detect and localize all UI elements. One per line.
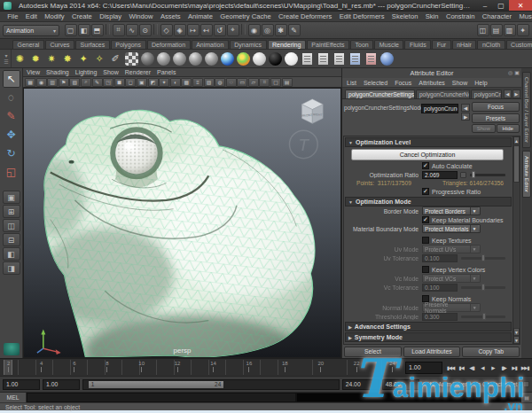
- material-boundary-mode-dropdown[interactable]: Protect Materials▼: [422, 224, 481, 233]
- attribute-editor-menu-item[interactable]: Show: [452, 80, 468, 86]
- ambient-light-icon[interactable]: ✺: [12, 51, 27, 66]
- shelf-tab[interactable]: Animation: [192, 40, 229, 49]
- nav-forward-icon[interactable]: ▶: [461, 113, 470, 121]
- animation-start-field[interactable]: 1.00: [3, 379, 40, 390]
- phonge-material-icon[interactable]: [205, 52, 218, 66]
- snap-to-plane-icon[interactable]: ◇: [160, 24, 173, 36]
- node-tab[interactable]: polygonCruncherNode2: [416, 90, 470, 98]
- node-tab[interactable]: polygonCrur: [471, 90, 502, 98]
- viewport-menu-item[interactable]: Show: [103, 69, 119, 75]
- scale-tool[interactable]: ◱: [3, 163, 20, 181]
- uv-mode-dropdown[interactable]: Protect UVs▼: [422, 245, 481, 253]
- layout-hypershade-persp[interactable]: ◨: [3, 261, 20, 275]
- paint-select-tool[interactable]: ✎: [3, 107, 20, 125]
- highlight-selection-icon[interactable]: ⌖: [227, 24, 239, 36]
- play-backwards-button[interactable]: ◀: [477, 362, 488, 374]
- show-button[interactable]: Show: [472, 124, 496, 133]
- menu-item[interactable]: Create Deformers: [275, 12, 336, 20]
- range-slider-track[interactable]: 1 24: [82, 379, 340, 390]
- section-optimization-mode[interactable]: ▼ Optimization Mode: [345, 197, 512, 206]
- pin-icon[interactable]: ◎: [508, 69, 512, 75]
- shading-map-icon[interactable]: [285, 52, 298, 66]
- menu-item[interactable]: Window: [125, 12, 156, 20]
- new-scene-icon[interactable]: ▢: [65, 24, 77, 36]
- menu-item[interactable]: Edit: [22, 12, 41, 20]
- multisample-aa-icon[interactable]: ▨: [204, 78, 215, 87]
- node-tab[interactable]: polygonCruncherSettingsNode1: [345, 90, 415, 98]
- menu-item[interactable]: Skeleton: [388, 12, 422, 20]
- grease-pencil-icon[interactable]: ✎: [92, 78, 103, 87]
- render-settings-icon[interactable]: ✱: [275, 24, 287, 36]
- presets-button[interactable]: Presets: [472, 113, 520, 123]
- side-panel-tab[interactable]: Attribute Editor: [522, 151, 531, 198]
- render-current-frame-icon[interactable]: ◉: [248, 24, 261, 36]
- menu-item[interactable]: Constrain: [442, 12, 479, 20]
- step-forward-key-button[interactable]: ▮▶: [498, 362, 509, 374]
- optimization-ratio-field[interactable]: 2.069: [422, 171, 458, 179]
- play-forwards-button[interactable]: ▶: [488, 362, 498, 374]
- attribute-scrollbar[interactable]: ▲ ▼ ▼: [512, 136, 520, 344]
- wireframe-mode-icon[interactable]: ◳: [103, 78, 113, 87]
- playback-range-bar[interactable]: 1 24: [89, 381, 223, 388]
- snap-to-grid-icon[interactable]: ⌗: [113, 24, 125, 36]
- shelf-tab[interactable]: Surfaces: [75, 40, 110, 49]
- load-attributes-button[interactable]: Load Attributes: [403, 347, 461, 357]
- auto-key-icon[interactable]: [523, 381, 529, 387]
- hypershade-icon[interactable]: [125, 52, 138, 66]
- scroll-down-icon[interactable]: ▼: [513, 328, 520, 336]
- time-slider-track[interactable]: 24681012141618202224: [2, 360, 401, 375]
- volume-light-icon[interactable]: ✧: [91, 51, 107, 66]
- point-light-icon[interactable]: ✷: [43, 51, 59, 66]
- vc-tolerance-slider[interactable]: [461, 286, 505, 289]
- collapsed-section-header[interactable]: ▶ Symmetry Mode: [345, 332, 512, 342]
- attribute-editor-menu-item[interactable]: Selected: [364, 80, 387, 86]
- playback-end-field[interactable]: 24.00: [342, 379, 379, 390]
- resolution-gate-icon[interactable]: ▱: [248, 78, 259, 87]
- snap-to-point-icon[interactable]: ⊙: [139, 24, 152, 36]
- menu-set-selector[interactable]: Animation ▾: [3, 25, 59, 36]
- snap-to-curve-icon[interactable]: ∿: [126, 24, 138, 36]
- ipr-render-shelf-icon[interactable]: [333, 52, 345, 66]
- open-scene-icon[interactable]: ◧: [78, 24, 90, 36]
- auto-calculate-checkbox[interactable]: ✓: [422, 162, 429, 169]
- shelf-tab[interactable]: nCloth: [477, 40, 505, 49]
- normal-mode-dropdown[interactable]: Preserve Normals▼: [422, 303, 481, 312]
- shelf-switcher[interactable]: ▾☰: [2, 50, 12, 67]
- shelf-tab[interactable]: Muscle: [374, 40, 403, 49]
- render-current-frame-shelf-icon[interactable]: [317, 52, 329, 66]
- tool-settings-toggle-icon[interactable]: ✦: [517, 24, 529, 36]
- separator[interactable]: [106, 24, 110, 35]
- rotate-tool[interactable]: ↻: [3, 144, 20, 162]
- layout-two-pane-side[interactable]: ◫: [3, 219, 20, 232]
- menu-item[interactable]: Assets: [157, 12, 184, 20]
- menu-item[interactable]: Geometry Cache: [216, 12, 275, 20]
- shelf-tab[interactable]: Dynamics: [230, 40, 267, 49]
- animation-end-field[interactable]: 48.00: [382, 379, 419, 390]
- viewport-menu-item[interactable]: Panels: [157, 69, 176, 75]
- section-optimization-level[interactable]: ▼ Optimization Level: [345, 137, 512, 147]
- minimize-button[interactable]: –: [477, 0, 493, 11]
- shelf-tab[interactable]: Fur: [432, 40, 451, 49]
- step-back-frame-button[interactable]: ▮◀: [456, 362, 466, 374]
- use-background-icon[interactable]: [269, 52, 282, 66]
- quick-layout-icon[interactable]: ◫: [477, 24, 489, 36]
- render-view-icon[interactable]: [301, 52, 313, 66]
- layout-four-pane[interactable]: ⊞: [3, 205, 20, 218]
- isolate-select-icon[interactable]: ◍: [215, 78, 225, 87]
- step-back-key-button[interactable]: ◀▮: [466, 362, 477, 374]
- menu-item[interactable]: Character: [479, 12, 516, 20]
- attribute-editor-menu-item[interactable]: Attributes: [419, 80, 445, 86]
- directional-light-icon[interactable]: ✹: [27, 51, 43, 66]
- paint-effects-icon[interactable]: ✐: [107, 51, 123, 66]
- paint-effects-panel-icon[interactable]: ✎: [288, 24, 301, 36]
- shelf-tab[interactable]: Deformation: [147, 40, 191, 49]
- film-gate-icon[interactable]: ⌗: [259, 78, 270, 87]
- blinn-material-icon[interactable]: [157, 52, 170, 66]
- layout-two-pane-stacked[interactable]: ⊟: [3, 233, 20, 246]
- ramp-shader-icon[interactable]: [237, 52, 250, 66]
- menu-item[interactable]: File: [4, 12, 22, 20]
- bookmarks-icon[interactable]: ⚑: [59, 78, 69, 87]
- viewport-menu-item[interactable]: Shading: [46, 69, 69, 75]
- phong-material-icon[interactable]: [189, 52, 202, 66]
- lock-camera-icon[interactable]: ◉: [36, 78, 47, 87]
